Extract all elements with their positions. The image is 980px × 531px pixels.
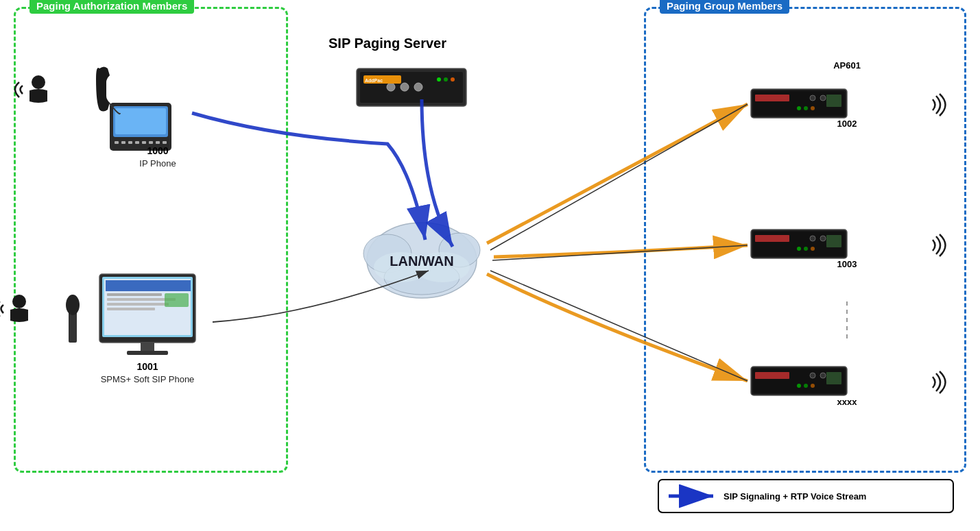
left-box-title: Paging Authorization Members	[29, 0, 194, 14]
svg-point-36	[367, 223, 477, 298]
svg-rect-5	[363, 75, 401, 84]
svg-point-40	[374, 252, 429, 282]
svg-point-38	[439, 233, 480, 267]
legend-label: SIP Signaling + RTP Voice Stream	[724, 491, 866, 502]
lanwan-cloud-label: LAN/WAN	[390, 254, 453, 269]
svg-point-4	[414, 83, 422, 91]
right-box: Paging Group Members	[644, 7, 966, 473]
diagram-container: Paging Authorization Members Paging Grou…	[0, 0, 980, 531]
svg-point-9	[451, 77, 455, 82]
svg-point-3	[401, 83, 409, 91]
svg-point-37	[363, 234, 411, 273]
svg-text:AddPac: AddPac	[365, 78, 383, 83]
svg-rect-1	[360, 72, 463, 103]
sip-server-device: AddPac	[357, 69, 466, 106]
sip-server-title-text: SIP Paging Server	[328, 36, 446, 51]
blue-signal-arrow-2	[422, 99, 453, 247]
svg-point-39	[384, 260, 459, 295]
right-box-title: Paging Group Members	[660, 0, 789, 14]
lanwan-cloud: LAN/WAN	[363, 223, 480, 298]
svg-point-41	[415, 252, 470, 282]
svg-rect-0	[357, 69, 466, 106]
svg-point-7	[437, 77, 441, 82]
left-box: Paging Authorization Members	[14, 7, 288, 473]
svg-point-2	[387, 83, 395, 91]
legend-box	[658, 480, 953, 513]
svg-point-8	[444, 77, 448, 82]
